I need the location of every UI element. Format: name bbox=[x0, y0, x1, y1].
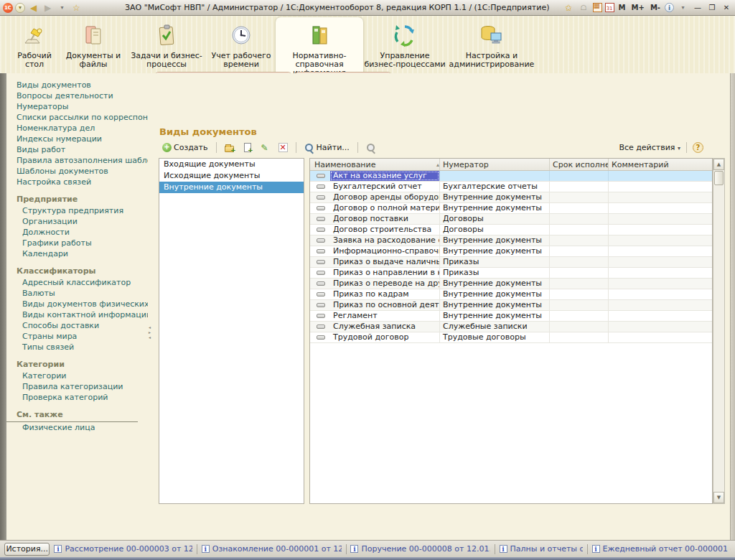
new-group-button[interactable]: + bbox=[221, 142, 238, 154]
table-row[interactable]: Служебная запискаСлужебные записки bbox=[310, 322, 712, 332]
sidebar-item[interactable]: Проверка категорий bbox=[6, 392, 148, 403]
add-favorite-icon[interactable]: ✩ bbox=[563, 1, 575, 14]
table-row[interactable]: Бухгалтерский отчетБухгалтерские отчеты bbox=[310, 182, 712, 192]
calculator-icon[interactable] bbox=[593, 3, 602, 12]
find-button[interactable]: Найти... bbox=[301, 141, 353, 154]
ribbon-tab-7[interactable]: Настройка и администрирование bbox=[446, 17, 537, 73]
sidebar-item[interactable]: Календари bbox=[6, 248, 148, 259]
ribbon-tab-5[interactable]: Нормативно-справочная информация bbox=[276, 17, 363, 73]
sidebar-item[interactable]: Адресный классификатор bbox=[6, 277, 148, 288]
table-row[interactable]: Приказ о выдаче наличных денежны...Прика… bbox=[310, 257, 712, 268]
ribbon-tab-4[interactable]: Учет рабочего времени bbox=[207, 17, 276, 73]
sidebar-item[interactable]: Индексы нумерации bbox=[6, 134, 148, 144]
sidebar-item[interactable]: Графики работы bbox=[6, 238, 148, 248]
table-row[interactable]: Приказ по кадрамВнутренние документы bbox=[310, 289, 712, 300]
restore-button[interactable]: ❐ bbox=[706, 3, 718, 13]
table-row[interactable]: Договор аренды оборудованияВнутренние до… bbox=[310, 192, 712, 203]
sidebar-item[interactable]: Списки рассылки по корреспондентам bbox=[6, 112, 148, 123]
sidebar-item[interactable]: Шаблоны документов bbox=[6, 166, 148, 177]
table-scrollbar[interactable]: ▲ ▼ bbox=[713, 158, 725, 504]
memory-mplus-button[interactable]: M+ bbox=[630, 4, 646, 11]
notification-link[interactable]: iРассмотрение 00-000003 от 12.01.2012... bbox=[54, 544, 192, 554]
column-header[interactable]: Нумератор bbox=[440, 159, 550, 170]
row-name: Служебная записка bbox=[330, 322, 439, 332]
table-row[interactable]: Договор поставкиДоговоры bbox=[310, 214, 712, 225]
sidebar-item[interactable]: Виды работ bbox=[6, 144, 148, 155]
minimize-button[interactable]: — bbox=[692, 3, 703, 13]
sidebar-item[interactable]: Настройка связей bbox=[6, 177, 148, 187]
sidebar-item[interactable]: Валюты bbox=[6, 288, 148, 299]
info-icon[interactable]: i bbox=[665, 3, 674, 12]
document-type-icon bbox=[317, 238, 325, 243]
ribbon-tab-2[interactable]: Документы и файлы bbox=[60, 17, 126, 73]
document-type-icon bbox=[317, 314, 325, 318]
folder-list-item[interactable]: Входящие документы bbox=[159, 159, 304, 170]
sidebar-item[interactable]: Правила категоризации bbox=[6, 381, 148, 392]
memory-m-button[interactable]: M bbox=[617, 4, 627, 11]
sidebar-item[interactable]: Структура предприятия bbox=[6, 205, 148, 216]
scroll-down-icon[interactable]: ▼ bbox=[713, 492, 724, 503]
sidebar-item[interactable]: Виды документов физических лиц bbox=[6, 299, 148, 309]
sidebar-item[interactable]: Категории bbox=[6, 370, 148, 381]
sidebar-item[interactable]: Нумераторы bbox=[6, 101, 148, 112]
history-button[interactable]: История... bbox=[4, 543, 50, 556]
sidebar-item[interactable]: Способы доставки bbox=[6, 320, 148, 331]
ribbon-tab-1[interactable]: Рабочий стол bbox=[9, 17, 60, 73]
info-dropdown-icon[interactable]: ▾ bbox=[677, 1, 689, 14]
sidebar-item[interactable]: Виды контактной информации bbox=[6, 309, 148, 320]
sidebar-item[interactable]: Номенклатура дел bbox=[6, 123, 148, 134]
favorites-star-icon[interactable]: ☆ bbox=[70, 1, 83, 14]
row-comment bbox=[609, 192, 712, 202]
notification-link[interactable]: iПалны и отчеты отдела bbox=[500, 544, 583, 554]
ribbon-tab-3[interactable]: Задачи и бизнес-процессы bbox=[126, 17, 207, 73]
table-row[interactable]: Приказ по основной деятельностиВнутренни… bbox=[310, 300, 712, 311]
scroll-up-icon[interactable]: ▲ bbox=[713, 159, 724, 170]
column-header[interactable]: Комментарий bbox=[609, 159, 712, 170]
ribbon-tab-6[interactable]: Управление бизнес-процессами bbox=[363, 17, 446, 73]
sidebar-item[interactable]: Типы связей bbox=[6, 342, 148, 353]
table-row[interactable]: Договор строительстваДоговоры bbox=[310, 225, 712, 235]
folder-list-item[interactable]: Внутренние документы bbox=[159, 182, 304, 193]
notification-link[interactable]: iОзнакомление 00-000001 от 12.01.2012... bbox=[202, 544, 342, 554]
back-icon[interactable]: ◀ bbox=[27, 1, 39, 14]
table-row[interactable]: Трудовой договорТрудовые договоры bbox=[310, 332, 712, 343]
table-row[interactable]: Информационно-справочныеВнутренние докум… bbox=[310, 246, 712, 257]
notification-link[interactable]: iЕжедневный отчет 00-000001 от 12.01.... bbox=[592, 544, 731, 554]
table-row[interactable]: Договор о полной материальной отв...Внут… bbox=[310, 203, 712, 214]
calendar-icon[interactable]: 31 bbox=[605, 3, 614, 12]
edit-button[interactable]: ✎ bbox=[258, 141, 272, 154]
row-srok bbox=[550, 225, 609, 235]
column-header[interactable]: Наименование▴ bbox=[310, 159, 440, 170]
sidebar-item[interactable]: Должности bbox=[6, 227, 148, 238]
row-comment bbox=[609, 225, 712, 235]
sidebar-item[interactable]: Физические лица bbox=[6, 422, 148, 433]
copy-button[interactable]: + bbox=[240, 141, 255, 154]
memory-mminus-button[interactable]: M- bbox=[649, 4, 662, 11]
delete-button[interactable]: ✕ bbox=[275, 141, 291, 154]
table-row[interactable]: Приказ о направлении в командиро...Прика… bbox=[310, 268, 712, 279]
help-button[interactable]: ? bbox=[693, 142, 703, 153]
table-row[interactable]: Заявка на расходование средствВнутренние… bbox=[310, 235, 712, 246]
column-header[interactable]: Срок исполнения bbox=[550, 159, 609, 170]
folder-list-item[interactable]: Исходящие документы bbox=[159, 170, 304, 182]
close-button[interactable]: ✕ bbox=[721, 3, 732, 13]
sidebar-item[interactable]: Страны мира bbox=[6, 331, 148, 342]
sidebar-item[interactable]: Вопросы деятельности bbox=[6, 90, 148, 101]
clear-search-button[interactable] bbox=[362, 141, 380, 154]
sidebar-splitter[interactable]: ◂▸◂ bbox=[148, 73, 153, 540]
history-dropdown-icon[interactable]: ▾ bbox=[56, 1, 68, 14]
create-button[interactable]: + Создать bbox=[159, 141, 212, 154]
bookmark-icon[interactable]: ☖ bbox=[578, 1, 590, 14]
sidebar-item[interactable]: Правила автозаполнения шаблонов фай... bbox=[6, 155, 148, 166]
sidebar-item[interactable]: Организации bbox=[6, 216, 148, 227]
notification-link[interactable]: iПоручение 00-000008 от 12.01.2012 10:..… bbox=[350, 544, 490, 554]
sidebar-item[interactable]: Виды документов bbox=[6, 80, 148, 90]
document-type-icon bbox=[317, 303, 325, 307]
all-actions-button[interactable]: Все действия ▾ bbox=[619, 143, 680, 152]
table-row[interactable]: Акт на оказание услуг bbox=[310, 171, 712, 182]
table-row[interactable]: РегламентВнутренние документы bbox=[310, 311, 712, 322]
main-menu-icon[interactable]: ▾ bbox=[15, 3, 25, 13]
forward-icon[interactable]: ▶ bbox=[42, 1, 54, 14]
scroll-thumb[interactable] bbox=[714, 171, 724, 185]
table-row[interactable]: Приказ о переводе на другую должн...Внут… bbox=[310, 279, 712, 289]
